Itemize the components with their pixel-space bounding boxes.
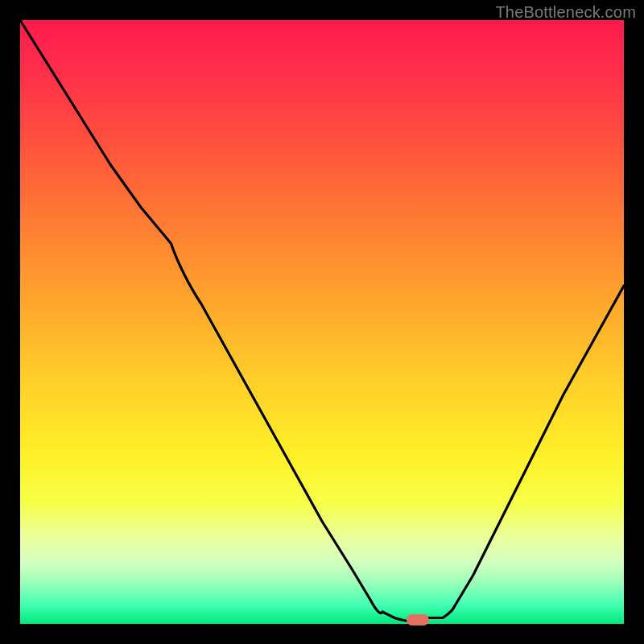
chart-frame: TheBottleneck.com — [0, 0, 644, 644]
watermark-text: TheBottleneck.com — [495, 3, 636, 22]
bottleneck-marker — [407, 614, 429, 625]
bottleneck-curve — [20, 20, 624, 624]
